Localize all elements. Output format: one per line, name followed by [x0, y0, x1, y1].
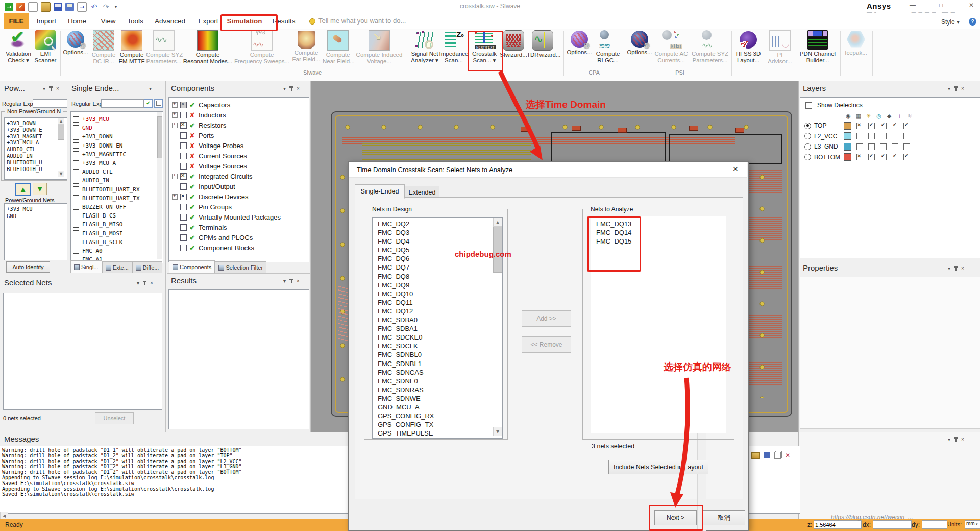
compute-near-field-button[interactable]: Compute Near Field... [323, 30, 353, 69]
dialog-title-bar[interactable]: Time Domain Crosstalk Scan: Select Nets … [349, 162, 747, 178]
layer-radio[interactable] [804, 143, 811, 150]
compute-rlgc-button[interactable]: Compute RLGC... [593, 30, 623, 69]
clear-all-button[interactable] [154, 99, 163, 108]
component-checkbox[interactable] [180, 183, 187, 190]
tab-tools[interactable]: Tools [124, 13, 147, 29]
component-checkbox[interactable] [180, 214, 187, 221]
layer-color-swatch[interactable] [844, 143, 851, 151]
compute-induced-voltage-button[interactable]: Compute Induced Voltage... [354, 30, 405, 69]
single-regex-input[interactable] [101, 99, 144, 108]
tab-results[interactable]: Results [271, 13, 297, 29]
component-tree-item[interactable]: Resistors [169, 120, 309, 130]
layer-color-swatch[interactable] [844, 122, 851, 130]
layer-checkbox[interactable] [856, 143, 863, 150]
panel-menu-icon[interactable]: ▾ [283, 278, 286, 284]
dy-field[interactable] [922, 520, 947, 529]
net-checkbox[interactable] [73, 151, 79, 157]
psi-options-button[interactable]: Options... [626, 30, 653, 69]
net-option[interactable]: FMC_SDNRAS [373, 385, 502, 394]
tab-single-ended[interactable]: Single-Ended [355, 184, 405, 199]
compute-resonant-modes-button[interactable]: Compute Resonant Modes... [182, 30, 233, 69]
net-option[interactable]: FMC_SDCKE0 [373, 333, 502, 342]
help-icon[interactable]: ? [969, 18, 976, 26]
tab-simulation[interactable]: Simulation [228, 13, 261, 29]
net-list-item[interactable]: AUDIO_IN [71, 176, 163, 185]
panel-menu-icon[interactable]: ▾ [948, 86, 950, 91]
power-net-list[interactable]: +3V3_MCUGND [4, 203, 67, 260]
panel-menu-icon[interactable]: ▾ [948, 437, 950, 442]
layer-checkbox[interactable] [903, 154, 910, 160]
layer-checkbox[interactable] [868, 143, 875, 150]
tab-export[interactable]: Export [196, 13, 220, 29]
toolbar-options-icon[interactable] [113, 3, 118, 11]
net-checkbox[interactable] [73, 160, 79, 166]
net-checkbox[interactable] [73, 134, 79, 140]
net-checkbox[interactable] [73, 248, 79, 254]
undo-icon[interactable] [90, 3, 99, 11]
validation-check-button[interactable]: Validation Check ▾ [4, 30, 33, 69]
list-item[interactable]: BLUETOOTH_U [7, 159, 67, 166]
tree-expander-icon[interactable] [172, 174, 178, 179]
window-close-button[interactable]: ✕ [969, 2, 974, 9]
net-option[interactable]: FMC_SDCLK [373, 342, 502, 350]
power-regex-input[interactable] [33, 99, 67, 108]
component-tree-item[interactable]: Integrated Circuits [169, 171, 309, 181]
scroll-up-icon[interactable]: ▲ [58, 118, 64, 125]
list-item[interactable]: +3V3_MCU [7, 206, 67, 213]
tab-import[interactable]: Import [34, 13, 59, 29]
icepak-button[interactable]: Icepak... [841, 30, 871, 69]
component-checkbox[interactable] [180, 234, 187, 241]
compute-dc-ir-button[interactable]: Compute DC IR... [90, 30, 117, 69]
pdn-channel-builder-button[interactable]: PDN Channel Builder... [796, 30, 839, 69]
net-checkbox[interactable] [73, 125, 79, 131]
tree-expander-icon[interactable] [172, 123, 178, 128]
layer-checkbox[interactable] [868, 154, 875, 160]
component-checkbox[interactable] [180, 153, 187, 159]
layer-row[interactable]: BOTTOM [800, 152, 980, 163]
pin-icon[interactable] [143, 281, 146, 285]
scroll-down-icon[interactable]: ▼ [493, 427, 502, 436]
pin-icon[interactable] [289, 279, 293, 283]
nets-to-analyze-list[interactable]: FMC_DQ13FMC_DQ14FMC_DQ15 [591, 216, 726, 433]
component-checkbox[interactable] [180, 204, 187, 210]
compute-far-field-button[interactable]: Compute Far Field... [290, 30, 322, 69]
layer-checkbox[interactable] [856, 154, 863, 160]
component-tree-item[interactable]: Inductors [169, 110, 309, 120]
scroll-down-icon[interactable]: ▼ [58, 171, 64, 177]
net-option[interactable]: FMC_DQ2 [373, 220, 502, 228]
net-option[interactable]: GPS_CONFIG_RX [373, 412, 502, 420]
crosstalk-scan-button[interactable]: Crosstalk Scan... ▾ [470, 30, 499, 69]
open-log-icon[interactable] [751, 452, 760, 459]
include-selected-button[interactable]: Include Nets Selected in Layout [608, 460, 708, 474]
net-checkbox[interactable] [73, 195, 79, 201]
layer-radio[interactable] [804, 123, 811, 129]
compute-syz-parameters-button[interactable]: Compute SYZ Parameters... [146, 30, 182, 69]
tell-me-search[interactable]: Tell me what you want to do... [318, 17, 406, 25]
component-tree-item[interactable]: Component Blocks [169, 243, 309, 253]
scrollbar-thumb[interactable] [157, 116, 162, 158]
net-checkbox[interactable] [73, 213, 79, 219]
move-up-button[interactable]: ▲ [15, 183, 31, 196]
component-checkbox[interactable] [180, 173, 187, 180]
component-checkbox[interactable] [180, 132, 187, 139]
layer-checkbox[interactable] [856, 123, 863, 129]
list-item[interactable]: GND [7, 213, 67, 220]
layer-checkbox[interactable] [903, 143, 910, 150]
layer-checkbox[interactable] [892, 123, 898, 129]
tab-components[interactable]: Components [169, 260, 215, 273]
net-list-item[interactable]: +3V3_MCU_A [71, 159, 163, 167]
panel-close-icon[interactable]: × [297, 278, 300, 284]
component-checkbox[interactable] [180, 122, 187, 129]
style-dropdown[interactable]: Style ▾ [941, 18, 960, 26]
siwizard-button[interactable]: SIwizard... [500, 30, 527, 69]
net-checkbox[interactable] [73, 178, 79, 184]
remove-button[interactable]: << Remove [522, 336, 571, 353]
tree-expander-icon[interactable] [172, 112, 178, 118]
net-option[interactable]: FMC_SDNBL0 [373, 350, 502, 359]
net-list-item[interactable]: FLASH_B_MOSI [71, 229, 163, 237]
net-checkbox[interactable] [73, 230, 79, 236]
dialog-close-icon[interactable]: ✕ [732, 165, 739, 173]
layer-checkbox[interactable] [880, 133, 887, 139]
layer-row[interactable]: L2_VCC [800, 131, 980, 142]
minimize-button[interactable]: — [910, 2, 916, 9]
